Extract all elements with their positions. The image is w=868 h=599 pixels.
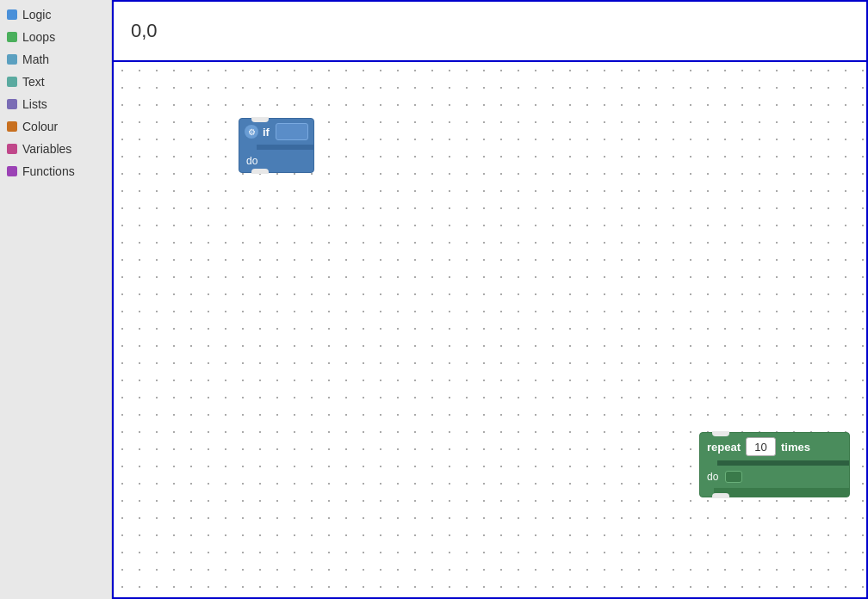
repeat-bottom-notch [712, 493, 729, 498]
repeat-top-row: repeat 10 times [700, 433, 849, 460]
coord-display: 0,0 [131, 20, 158, 42]
text-color-dot [7, 77, 17, 87]
sidebar-label-lists: Lists [22, 97, 47, 111]
if-block-bottom-notch [251, 169, 269, 174]
sidebar-item-colour[interactable]: Colour [0, 115, 111, 138]
sidebar: Logic Loops Math Text Lists Colour Varia… [0, 0, 112, 599]
sidebar-label-math: Math [22, 52, 49, 66]
coord-bar: 0,0 [112, 0, 868, 60]
variables-color-dot [7, 144, 17, 154]
repeat-count-value: 10 [754, 441, 766, 454]
if-block-do-row: do [239, 150, 313, 172]
sidebar-label-variables: Variables [22, 142, 71, 156]
sidebar-label-colour: Colour [22, 120, 58, 133]
gear-icon[interactable]: ⚙ [245, 125, 258, 139]
sidebar-item-loops[interactable]: Loops [0, 26, 111, 48]
if-block-top-row: ⚙ if [239, 119, 313, 145]
sidebar-item-variables[interactable]: Variables [0, 138, 111, 160]
repeat-top-notch [712, 431, 729, 436]
math-color-dot [7, 54, 17, 65]
repeat-do-label: do [707, 471, 718, 483]
loops-color-dot [7, 32, 17, 42]
repeat-block[interactable]: repeat 10 times do [699, 432, 850, 497]
lists-color-dot [7, 99, 17, 109]
sidebar-item-functions[interactable]: Functions [0, 160, 111, 182]
sidebar-label-text: Text [22, 75, 45, 89]
if-label: if [263, 126, 270, 139]
sidebar-item-logic[interactable]: Logic [0, 3, 111, 26]
repeat-count-input[interactable]: 10 [746, 437, 776, 456]
repeat-do-row: do [700, 466, 849, 488]
repeat-bottom-bar [714, 488, 849, 497]
logic-color-dot [7, 9, 17, 20]
sidebar-label-functions: Functions [22, 164, 75, 178]
functions-color-dot [7, 166, 17, 176]
main-area: 0,0 ⚙ if do [112, 0, 868, 599]
canvas-area[interactable]: ⚙ if do re [112, 60, 868, 599]
sidebar-label-logic: Logic [22, 8, 51, 22]
do-label: do [246, 155, 257, 167]
if-block-top-notch [251, 117, 269, 122]
sidebar-label-loops: Loops [22, 30, 55, 44]
if-block[interactable]: ⚙ if do [239, 118, 314, 173]
colour-color-dot [7, 121, 17, 132]
sidebar-item-lists[interactable]: Lists [0, 93, 111, 115]
repeat-label: repeat [707, 441, 741, 454]
times-label: times [781, 441, 810, 454]
sidebar-item-math[interactable]: Math [0, 48, 111, 71]
repeat-do-slot[interactable] [725, 471, 742, 483]
condition-slot[interactable] [276, 123, 308, 140]
sidebar-item-text[interactable]: Text [0, 71, 111, 93]
